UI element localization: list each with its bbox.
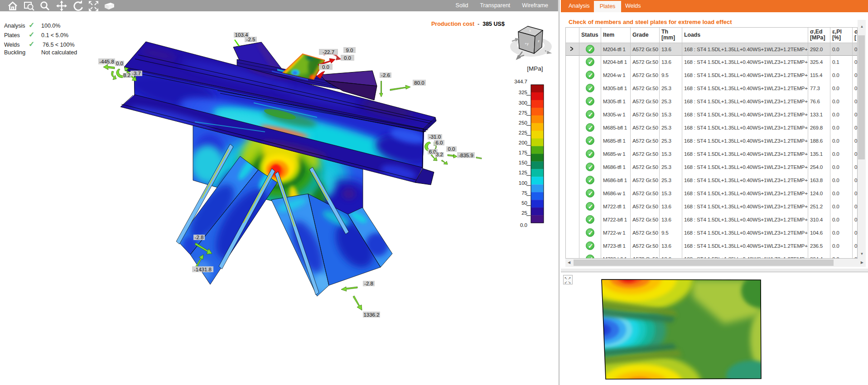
svg-text:-2.8: -2.8 — [364, 281, 373, 286]
svg-text:x: x — [529, 29, 531, 33]
svg-text:1336.2: 1336.2 — [363, 312, 379, 318]
svg-text:275: 275 — [519, 110, 527, 116]
svg-text:0.0: 0.0 — [448, 146, 455, 152]
svg-text:80.0: 80.0 — [414, 80, 424, 86]
svg-text:0.0: 0.0 — [322, 64, 329, 70]
svg-text:-2.6: -2.6 — [381, 72, 390, 78]
svg-text:8.2: 8.2 — [123, 72, 130, 78]
svg-text:-2.5: -2.5 — [246, 37, 256, 42]
svg-text:-2.8: -2.8 — [195, 235, 204, 240]
svg-text:-22.7: -22.7 — [323, 49, 334, 55]
svg-text:100: 100 — [519, 180, 527, 186]
svg-text:0.0: 0.0 — [116, 61, 123, 66]
svg-text:z: z — [538, 39, 540, 43]
svg-text:0.0: 0.0 — [344, 55, 351, 61]
svg-text:300: 300 — [519, 100, 527, 106]
svg-text:325: 325 — [519, 90, 527, 95]
svg-text:6.0: 6.0 — [436, 140, 443, 145]
svg-text:225: 225 — [519, 130, 527, 135]
svg-text:[MPa]: [MPa] — [527, 65, 543, 72]
svg-text:-445.8: -445.8 — [99, 59, 114, 64]
svg-text:+y: +y — [525, 42, 529, 46]
svg-text:150: 150 — [519, 160, 527, 165]
svg-text:-31.0: -31.0 — [429, 134, 441, 140]
svg-text:250: 250 — [519, 120, 527, 125]
svg-text:75: 75 — [521, 190, 527, 196]
svg-text:125: 125 — [519, 170, 527, 175]
svg-text:50: 50 — [521, 200, 527, 206]
svg-text:200: 200 — [519, 140, 527, 145]
svg-text:3.2: 3.2 — [436, 152, 443, 157]
svg-text:0.0: 0.0 — [520, 222, 527, 228]
svg-text:25: 25 — [521, 210, 527, 216]
svg-text:-835.9: -835.9 — [458, 153, 473, 158]
svg-text:344.7: 344.7 — [514, 79, 527, 84]
svg-text:-3.7: -3.7 — [132, 71, 141, 76]
svg-text:9.0: 9.0 — [346, 48, 353, 53]
svg-text:175: 175 — [519, 150, 527, 155]
svg-text:-1431.8: -1431.8 — [194, 267, 212, 272]
